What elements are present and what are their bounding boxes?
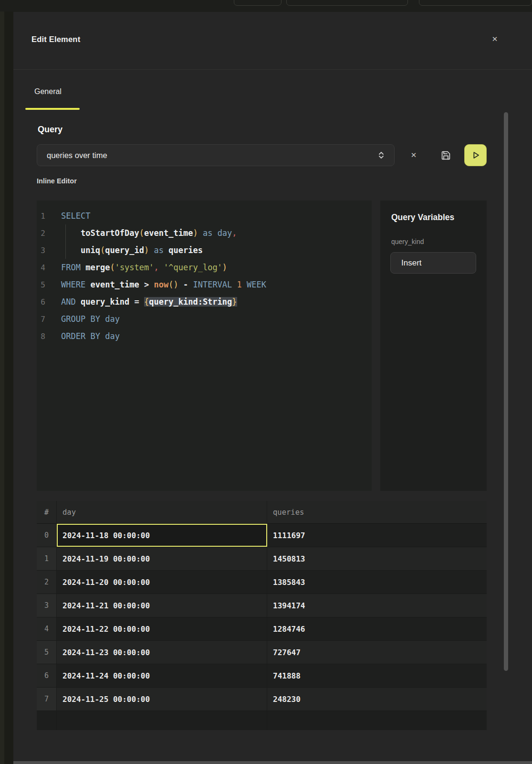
table-row: 22024-11-20 00:00:001385843 xyxy=(37,571,487,594)
code-text: GROUP BY day xyxy=(61,314,120,324)
row-index-cell[interactable]: 1 xyxy=(37,547,57,570)
code-line[interactable]: 8ORDER BY day xyxy=(37,328,372,345)
editor-area: 1SELECT2 toStartOfDay(event_time) as day… xyxy=(37,201,487,491)
variable-name-label: query_kind xyxy=(391,238,424,245)
day-cell[interactable]: 2024-11-24 00:00:00 xyxy=(57,664,267,687)
code-text: FROM merge('system', '^query_log') xyxy=(61,263,227,272)
code-line[interactable]: 2 toStartOfDay(event_time) as day, xyxy=(37,224,372,242)
code-text: ORDER BY day xyxy=(61,331,120,341)
background-side-column-edge xyxy=(0,11,4,764)
vertical-scrollbar[interactable] xyxy=(504,112,508,671)
clear-query-icon[interactable]: ✕ xyxy=(407,148,421,162)
code-lines: 1SELECT2 toStartOfDay(event_time) as day… xyxy=(37,207,372,345)
code-line[interactable]: 5WHERE event_time > now() - INTERVAL 1 W… xyxy=(37,276,372,293)
code-line[interactable]: 7GROUP BY day xyxy=(37,310,372,328)
sql-editor[interactable]: 1SELECT2 toStartOfDay(event_time) as day… xyxy=(37,201,372,491)
row-index-cell[interactable]: 6 xyxy=(37,664,57,687)
queries-cell[interactable]: 727647 xyxy=(267,641,487,664)
queries-cell[interactable]: 248230 xyxy=(267,688,487,711)
table-row: 62024-11-24 00:00:00741888 xyxy=(37,664,487,688)
column-header-queries: queries xyxy=(267,501,487,523)
day-cell-selected[interactable]: 2024-11-18 00:00:00 xyxy=(57,524,267,547)
line-number: 2 xyxy=(37,229,45,238)
line-number: 5 xyxy=(37,280,45,289)
code-line[interactable]: 4FROM merge('system', '^query_log') xyxy=(37,259,372,276)
row-index-cell[interactable]: 7 xyxy=(37,688,57,711)
tab-active-underline xyxy=(25,108,80,110)
line-number: 7 xyxy=(37,315,45,324)
code-text: toStartOfDay(event_time) as day, xyxy=(61,228,237,238)
insert-variable-button[interactable]: Insert xyxy=(390,252,476,274)
column-header-index: # xyxy=(37,501,57,523)
queries-cell[interactable]: 1394174 xyxy=(267,594,487,617)
row-index-cell[interactable]: 0 xyxy=(37,524,57,547)
queries-cell[interactable]: 1385843 xyxy=(267,571,487,594)
close-icon[interactable]: ✕ xyxy=(489,33,501,45)
results-table: # day queries 02024-11-18 00:00:00111169… xyxy=(37,501,487,730)
day-cell[interactable]: 2024-11-23 00:00:00 xyxy=(57,641,267,664)
results-table-body: 02024-11-18 00:00:00111169712024-11-19 0… xyxy=(37,524,487,711)
code-line[interactable]: 1SELECT xyxy=(37,207,372,224)
line-number: 8 xyxy=(37,332,45,341)
day-cell[interactable]: 2024-11-25 00:00:00 xyxy=(57,688,267,711)
day-cell[interactable]: 2024-11-20 00:00:00 xyxy=(57,571,267,594)
tab-general[interactable]: General xyxy=(34,87,62,96)
queries-cell[interactable]: 1284746 xyxy=(267,617,487,640)
results-table-header: # day queries xyxy=(37,501,487,524)
table-row: 02024-11-18 00:00:001111697 xyxy=(37,524,487,547)
queries-cell[interactable]: 1111697 xyxy=(267,524,487,547)
day-cell[interactable]: 2024-11-19 00:00:00 xyxy=(57,547,267,570)
background-button xyxy=(419,0,532,6)
day-cell[interactable]: 2024-11-21 00:00:00 xyxy=(57,594,267,617)
table-row: 32024-11-21 00:00:001394174 xyxy=(37,594,487,617)
line-number: 1 xyxy=(37,212,45,221)
horizontal-scrollbar[interactable] xyxy=(13,761,532,764)
save-icon[interactable] xyxy=(438,148,453,162)
query-select[interactable]: queries over time xyxy=(37,144,395,166)
query-select-value: queries over time xyxy=(47,151,378,160)
indent-guide xyxy=(65,224,66,259)
modal-title: Edit Element xyxy=(31,35,80,44)
table-row: 52024-11-23 00:00:00727647 xyxy=(37,641,487,664)
line-number: 3 xyxy=(37,246,45,255)
header-divider xyxy=(13,69,532,70)
code-text: AND query_kind = {query_kind:String} xyxy=(61,297,237,307)
line-number: 6 xyxy=(37,297,45,307)
edit-element-modal: Edit Element ✕ General Query queries ove… xyxy=(13,12,532,764)
column-header-day: day xyxy=(57,501,267,523)
run-query-button[interactable] xyxy=(464,144,487,166)
row-index-cell[interactable]: 4 xyxy=(37,617,57,640)
row-index-cell[interactable]: 2 xyxy=(37,571,57,594)
background-button xyxy=(234,0,282,6)
day-cell[interactable]: 2024-11-22 00:00:00 xyxy=(57,617,267,640)
queries-cell[interactable]: 741888 xyxy=(267,664,487,687)
select-chevrons-icon xyxy=(378,150,385,160)
query-section-heading: Query xyxy=(38,125,63,135)
play-icon xyxy=(470,150,481,160)
code-line[interactable]: 6AND query_kind = {query_kind:String} xyxy=(37,293,372,310)
table-row: 12024-11-19 00:00:001450813 xyxy=(37,547,487,571)
query-variables-panel: Query Variables query_kind Insert xyxy=(380,201,487,491)
query-variables-heading: Query Variables xyxy=(391,212,454,223)
results-table-footer xyxy=(37,711,487,730)
background-topbar xyxy=(0,0,532,11)
background-button xyxy=(286,0,408,6)
code-text: WHERE event_time > now() - INTERVAL 1 WE… xyxy=(61,280,266,289)
code-line[interactable]: 3 uniq(query_id) as queries xyxy=(37,242,372,259)
row-index-cell[interactable]: 3 xyxy=(37,594,57,617)
code-text: SELECT xyxy=(61,211,90,221)
line-number: 4 xyxy=(37,263,45,272)
table-row: 72024-11-25 00:00:00248230 xyxy=(37,688,487,711)
row-index-cell[interactable]: 5 xyxy=(37,641,57,664)
code-text: uniq(query_id) as queries xyxy=(61,245,203,255)
inline-editor-label: Inline Editor xyxy=(37,177,77,185)
table-row: 42024-11-22 00:00:001284746 xyxy=(37,617,487,641)
queries-cell[interactable]: 1450813 xyxy=(267,547,487,570)
